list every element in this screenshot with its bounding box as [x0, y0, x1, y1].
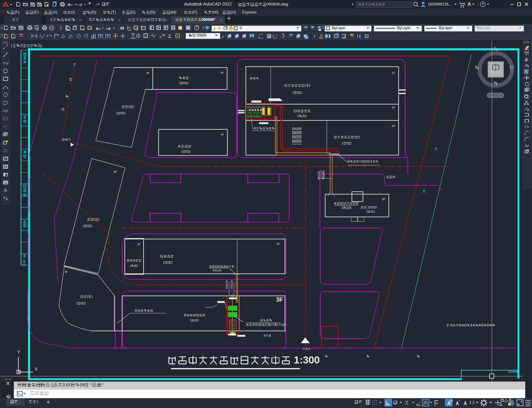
svg-text:): ): [309, 84, 310, 87]
svg-text:A: A: [50, 18, 53, 22]
svg-text:(: (: [77, 301, 78, 305]
svg-text:(12: (12: [265, 323, 269, 326]
svg-text:DIMN: DIMN: [196, 33, 207, 37]
svg-text:): ): [133, 105, 134, 108]
svg-text:): ): [350, 141, 351, 145]
svg-text:DN250: DN250: [292, 136, 302, 139]
svg-text:Y: Y: [17, 350, 20, 355]
svg-text:2F: 2F: [392, 124, 395, 128]
svg-text:): ): [305, 114, 307, 118]
svg-text:(U)/: (U)/: [62, 382, 70, 387]
svg-text:): ): [91, 295, 93, 298]
svg-text:c: c: [283, 33, 284, 35]
svg-text::: :: [449, 324, 450, 327]
svg-text:(: (: [305, 84, 306, 87]
svg-text:): ): [285, 323, 286, 326]
svg-text:): ): [98, 218, 100, 221]
svg-text:Autodesk AutoCAD 2022: Autodesk AutoCAD 2022: [184, 2, 232, 6]
svg-text:): ): [85, 301, 86, 305]
svg-text:): ): [187, 81, 188, 85]
svg-text:(: (: [94, 218, 95, 221]
svg-text:0: 0: [240, 26, 242, 30]
svg-text:(V): (V): [52, 10, 57, 14]
svg-text:DN125: DN125: [230, 280, 233, 289]
svg-text:090606.dwg: 090606.dwg: [266, 2, 288, 6]
svg-text:): ): [91, 224, 92, 228]
svg-text:?: ?: [482, 2, 484, 6]
svg-text:(: (: [342, 141, 343, 145]
svg-text:A: A: [467, 2, 471, 7]
svg-text:): ): [359, 135, 360, 139]
svg-text:(: (: [116, 111, 117, 115]
svg-text:(I): (I): [71, 10, 75, 14]
svg-text:(M): (M): [171, 10, 177, 14]
svg-text:DN250: DN250: [292, 140, 302, 143]
svg-text:[-][: [-][: [11, 43, 16, 48]
svg-text:(O): (O): [91, 10, 97, 14]
svg-text:(M)]: *: (M)]: *: [80, 382, 92, 387]
svg-text:X: X: [35, 367, 38, 371]
svg-text:(: (: [181, 150, 183, 153]
svg-text:3F: 3F: [114, 170, 117, 173]
svg-text:(: (: [87, 295, 88, 298]
svg-text:*: *: [101, 382, 103, 387]
svg-text:1505999135...: 1505999135...: [428, 2, 451, 6]
svg-text:A: A: [4, 188, 7, 193]
svg-text:(F): (F): [14, 10, 20, 14]
svg-text:DN125: DN125: [213, 269, 221, 272]
svg-text:A: A: [168, 33, 171, 37]
svg-text:DN200: DN200: [292, 131, 302, 135]
svg-text:(W): (W): [212, 10, 219, 14]
svg-text:5F: 5F: [382, 198, 385, 201]
svg-text:/13: /13: [271, 323, 276, 326]
svg-text:2F: 2F: [392, 106, 395, 109]
svg-text:1:1: 1:1: [469, 400, 475, 405]
svg-text:][: ][: [24, 43, 26, 48]
svg-text:4F: 4F: [221, 71, 224, 74]
svg-text:): ): [124, 111, 125, 115]
svg-text:B: B: [89, 18, 92, 22]
svg-text:Express: Express: [242, 10, 257, 14]
svg-text:ByLayer: ByLayer: [397, 26, 411, 30]
svg-text:): ): [137, 264, 138, 267]
svg-text:(: (: [128, 105, 129, 108]
svg-text:(H): (H): [231, 10, 236, 14]
svg-text:DN125: DN125: [321, 171, 325, 180]
svg-text:(: (: [293, 91, 294, 94]
svg-text:(P): (P): [192, 10, 197, 14]
svg-text:1: 1: [37, 399, 39, 404]
svg-text:DN125: DN125: [225, 280, 228, 289]
svg-text:(: (: [83, 224, 84, 228]
svg-text:DN125: DN125: [317, 171, 320, 180]
svg-text:3F: 3F: [276, 296, 283, 303]
svg-text:2F: 2F: [392, 71, 395, 74]
svg-text:3F: 3F: [65, 270, 68, 273]
svg-text:,: ,: [367, 206, 368, 209]
svg-text:090606*: 090606*: [202, 18, 215, 22]
svg-text:): ): [301, 91, 302, 94]
svg-text:ByLayer: ByLayer: [332, 26, 345, 30]
svg-text:(: (: [298, 114, 299, 118]
svg-text:3F: 3F: [146, 72, 150, 75]
svg-text:): ): [189, 150, 191, 153]
svg-text:(N): (N): [150, 10, 156, 14]
svg-text:(T): (T): [111, 10, 116, 14]
svg-text:WCS: WCS: [490, 93, 499, 97]
svg-text:(D): (D): [130, 10, 136, 14]
svg-text:(: (: [354, 135, 355, 139]
svg-text:ByColor: ByColor: [477, 26, 490, 30]
svg-text:B: B: [264, 334, 266, 337]
svg-text:(: (: [179, 81, 180, 85]
svg-text:A: A: [254, 127, 256, 130]
svg-text:): ): [171, 261, 172, 264]
svg-text:DN200: DN200: [292, 127, 302, 131]
svg-text:?: ?: [196, 26, 198, 29]
svg-text:(E): (E): [33, 10, 39, 14]
svg-text:): ): [374, 210, 375, 213]
svg-text:): ): [198, 319, 199, 322]
svg-text:4F: 4F: [221, 133, 224, 136]
svg-text:]: ]: [41, 43, 42, 48]
svg-text:2F: 2F: [277, 242, 280, 245]
svg-text:1:300: 1:300: [291, 354, 320, 366]
svg-text:DN125: DN125: [342, 206, 352, 210]
